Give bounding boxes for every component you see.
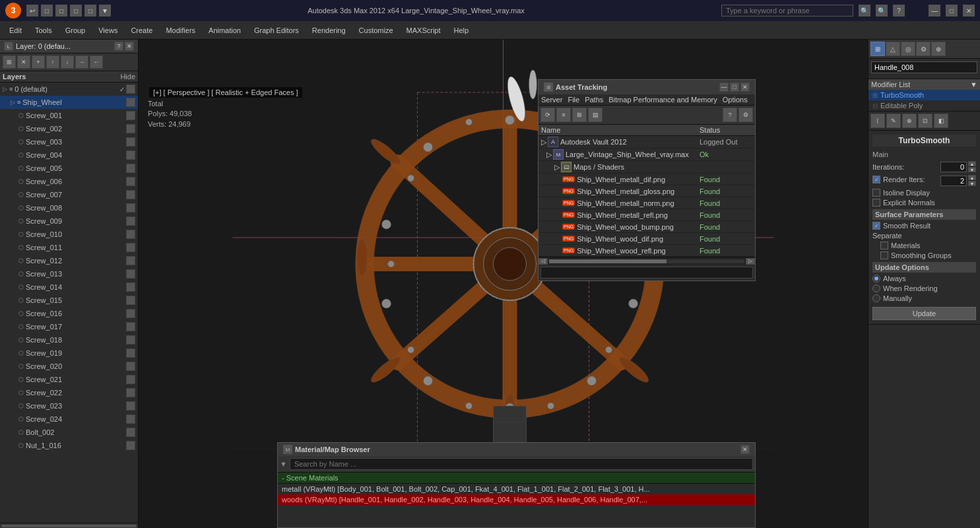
close-btn[interactable]: ✕ bbox=[963, 5, 975, 16]
layer-tool-7[interactable]: ← bbox=[90, 55, 103, 69]
right-tb-5[interactable]: ⊕ bbox=[931, 42, 946, 56]
menu-tools[interactable]: Tools bbox=[28, 24, 59, 37]
quick-access-btn5[interactable]: □ bbox=[84, 5, 96, 16]
layer-side-btn-s2[interactable] bbox=[126, 124, 135, 133]
layer-side-btn-s3[interactable] bbox=[126, 137, 135, 147]
smooth-result-checkbox[interactable]: ✓ bbox=[872, 222, 880, 230]
mod-tb2[interactable]: ✎ bbox=[886, 114, 901, 128]
asset-row-png2[interactable]: PNG Ship_Wheel_metall_gloss.png Found bbox=[539, 185, 755, 197]
materials-checkbox[interactable] bbox=[880, 242, 888, 249]
layer-item-screw002[interactable]: ⬡ Screw_002 bbox=[0, 122, 138, 135]
layer-side-btn-sw[interactable] bbox=[126, 98, 135, 107]
layer-side-btn-s6[interactable] bbox=[126, 177, 135, 186]
asset-row-file[interactable]: ▷ M Large_Vintage_Ship_Wheel_vray.max Ok bbox=[539, 148, 755, 161]
layer-item-screw009[interactable]: ⬡ Screw_009 bbox=[0, 214, 138, 228]
layer-item-screw017[interactable]: ⬡ Screw_017 bbox=[0, 320, 138, 333]
layer-item-screw015[interactable]: ⬡ Screw_015 bbox=[0, 294, 138, 307]
asset-help-btn[interactable]: ? bbox=[723, 108, 737, 122]
menu-help[interactable]: Help bbox=[447, 24, 476, 37]
right-tb-2[interactable]: △ bbox=[886, 42, 900, 56]
scroll-right-btn[interactable]: ▷ bbox=[746, 258, 755, 265]
asset-row-vault[interactable]: ▷ A Autodesk Vault 2012 Logged Out bbox=[539, 136, 755, 148]
asset-menu-paths[interactable]: Paths bbox=[585, 96, 603, 104]
help-btn[interactable]: ? bbox=[893, 5, 905, 16]
layer-close-btn[interactable]: ✕ bbox=[125, 42, 134, 51]
scroll-thumb[interactable] bbox=[549, 259, 667, 263]
manually-radio[interactable] bbox=[872, 294, 880, 302]
mod-tb3[interactable]: ⊕ bbox=[902, 114, 917, 128]
layer-item-screw024[interactable]: ⬡ Screw_024 bbox=[0, 412, 138, 426]
mod-tb4[interactable]: ⊡ bbox=[918, 114, 932, 128]
menu-graph-editors[interactable]: Graph Editors bbox=[247, 24, 306, 37]
menu-customize[interactable]: Customize bbox=[352, 24, 400, 37]
layer-item-screw013[interactable]: ⬡ Screw_013 bbox=[0, 267, 138, 280]
asset-row-png7[interactable]: PNG Ship_Wheel_wood_refl.png Found bbox=[539, 245, 755, 257]
quick-access-btn[interactable]: ↩ bbox=[26, 5, 38, 16]
layer-item-shipwheel[interactable]: ▷ ≡ Ship_Wheel bbox=[0, 96, 138, 109]
layer-item-screw019[interactable]: ⬡ Screw_019 bbox=[0, 346, 138, 360]
asset-close-btn[interactable]: ✕ bbox=[740, 82, 750, 92]
explicit-checkbox[interactable] bbox=[872, 199, 880, 207]
layer-item-screw014[interactable]: ⬡ Screw_014 bbox=[0, 280, 138, 294]
layer-side-btn-n16[interactable] bbox=[126, 441, 135, 450]
layer-item-screw010[interactable]: ⬡ Screw_010 bbox=[0, 228, 138, 241]
layer-side-btn-s15[interactable] bbox=[126, 296, 135, 305]
mod-tb5[interactable]: ◧ bbox=[934, 114, 948, 128]
asset-row-png4[interactable]: PNG Ship_Wheel_metall_refl.png Found bbox=[539, 209, 755, 221]
layer-item-screw005[interactable]: ⬡ Screw_005 bbox=[0, 162, 138, 175]
layer-item-default[interactable]: ▷ ≡ 0 (default) ✓ bbox=[0, 82, 138, 96]
asset-tb5[interactable]: ⚙ bbox=[738, 108, 753, 122]
layer-side-btn-s9[interactable] bbox=[126, 216, 135, 226]
layer-tool-2[interactable]: ✕ bbox=[17, 55, 30, 69]
layer-item-screw008[interactable]: ⬡ Screw_008 bbox=[0, 201, 138, 214]
right-tb-3[interactable]: ◎ bbox=[901, 42, 915, 56]
when-rendering-radio[interactable] bbox=[872, 284, 880, 292]
layer-side-btn-s17[interactable] bbox=[126, 322, 135, 331]
asset-scrollbar[interactable]: ◁ ▷ bbox=[539, 257, 755, 265]
menu-modifiers[interactable]: Modifiers bbox=[159, 24, 202, 37]
quick-access-btn3[interactable]: □ bbox=[55, 5, 67, 16]
layer-side-btn-s7[interactable] bbox=[126, 190, 135, 199]
layer-side-btn-s16[interactable] bbox=[126, 309, 135, 318]
layer-item-nut016[interactable]: ⬡ Nut_1_016 bbox=[0, 439, 138, 452]
layer-item-screw012[interactable]: ⬡ Screw_012 bbox=[0, 254, 138, 267]
menu-rendering[interactable]: Rendering bbox=[306, 24, 352, 37]
layer-tool-5[interactable]: ↓ bbox=[61, 55, 74, 69]
modifier-turbosmooth[interactable]: ⊞ TurboSmooth bbox=[868, 90, 980, 100]
asset-tb1[interactable]: ⟳ bbox=[540, 108, 555, 122]
layer-item-screw004[interactable]: ⬡ Screw_004 bbox=[0, 148, 138, 162]
asset-row-png1[interactable]: PNG Ship_Wheel_metall_dif.png Found bbox=[539, 174, 755, 185]
layer-tool-4[interactable]: ↑ bbox=[46, 55, 59, 69]
layer-tool-3[interactable]: + bbox=[32, 55, 45, 69]
asset-row-maps[interactable]: ▷ 🗂 Maps / Shaders bbox=[539, 161, 755, 174]
menu-maxscript[interactable]: MAXScript bbox=[400, 24, 447, 37]
render-iters-input[interactable] bbox=[940, 176, 967, 186]
mod-tb1[interactable]: ⟨ bbox=[870, 114, 885, 128]
viewport[interactable]: [+] [ Perspective ] [ Realistic + Edged … bbox=[139, 40, 868, 528]
asset-minimize-btn[interactable]: — bbox=[719, 82, 729, 92]
right-tb-select[interactable]: ⊞ bbox=[870, 42, 885, 56]
search-btn[interactable]: 🔍 bbox=[859, 5, 870, 16]
isoline-checkbox[interactable] bbox=[872, 189, 880, 197]
smoothing-groups-checkbox[interactable] bbox=[880, 251, 888, 259]
asset-tb2[interactable]: ≡ bbox=[556, 108, 571, 122]
asset-tb3[interactable]: ⊞ bbox=[572, 108, 587, 122]
maximize-btn[interactable]: □ bbox=[946, 5, 958, 16]
layer-side-btn-s13[interactable] bbox=[126, 269, 135, 279]
layer-side-btn-s10[interactable] bbox=[126, 230, 135, 239]
search-btn2[interactable]: 🔍 bbox=[876, 5, 888, 16]
layer-side-btn[interactable] bbox=[126, 84, 135, 94]
layer-item-screw007[interactable]: ⬡ Screw_007 bbox=[0, 188, 138, 201]
quick-access-btn6[interactable]: ▼ bbox=[99, 5, 111, 16]
always-radio[interactable] bbox=[872, 275, 880, 282]
right-tb-4[interactable]: ⚙ bbox=[916, 42, 931, 56]
layer-item-screw022[interactable]: ⬡ Screw_022 bbox=[0, 386, 138, 399]
layer-side-btn-s12[interactable] bbox=[126, 256, 135, 265]
keyword-search-input[interactable] bbox=[721, 5, 853, 16]
render-iters-checkbox[interactable]: ✓ bbox=[872, 176, 880, 183]
asset-menu-server[interactable]: Server bbox=[541, 96, 562, 104]
minimize-btn[interactable]: — bbox=[929, 5, 940, 16]
quick-access-btn4[interactable]: □ bbox=[70, 5, 82, 16]
layer-item-screw003[interactable]: ⬡ Screw_003 bbox=[0, 135, 138, 148]
asset-maximize-btn[interactable]: □ bbox=[730, 82, 739, 92]
